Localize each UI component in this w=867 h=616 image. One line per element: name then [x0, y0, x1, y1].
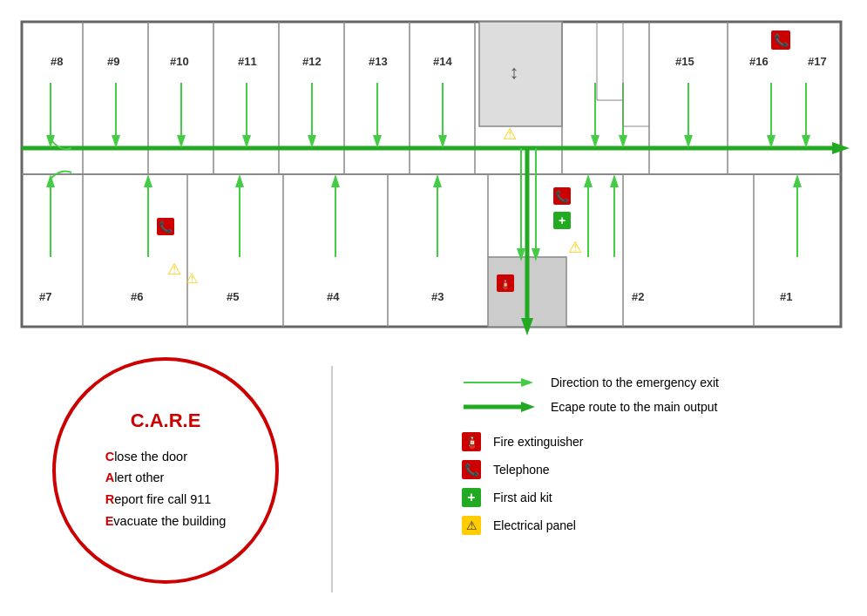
care-step-close: Close the door	[105, 446, 227, 468]
svg-text:#11: #11	[238, 55, 257, 68]
svg-text:#7: #7	[39, 290, 51, 303]
svg-marker-75	[235, 174, 244, 187]
care-step-report: Report fire call 911	[105, 489, 227, 511]
svg-rect-9	[479, 22, 562, 126]
svg-text:#2: #2	[632, 290, 644, 303]
legend-electric: ⚠ Electrical panel	[462, 516, 837, 535]
legend-firstaid-label: First aid kit	[493, 491, 552, 504]
svg-text:⚠: ⚠	[167, 261, 181, 278]
care-step-evacuate: Evacuate the building	[105, 511, 227, 532]
care-step-alert: Alert other	[105, 467, 227, 489]
svg-marker-106	[521, 378, 533, 387]
svg-text:🧯: 🧯	[499, 278, 511, 290]
floor-plan: ↕ #8 #9 #10 #11 #12 #13 #14 #15 #16 #17 …	[13, 13, 850, 335]
svg-marker-94	[610, 174, 619, 187]
legend-electric-label: Electrical panel	[493, 518, 576, 532]
svg-marker-92	[584, 174, 593, 187]
legend-thick-arrow-label: Ecape route to the main output	[551, 400, 717, 414]
care-title: C.A.R.E	[131, 410, 201, 432]
svg-text:#12: #12	[302, 55, 322, 68]
care-circle: C.A.R.E Close the door Alert other Repor…	[52, 357, 279, 584]
svg-text:#10: #10	[170, 55, 189, 68]
svg-marker-77	[331, 174, 340, 187]
svg-text:⚠: ⚠	[568, 239, 582, 256]
legend-fire-ext-label: Fire extinguisher	[493, 435, 584, 449]
svg-text:#9: #9	[107, 55, 119, 68]
legend-thin-arrow: Direction to the emergency exit	[462, 375, 837, 390]
legend-thin-arrow-label: Direction to the emergency exit	[551, 376, 719, 389]
svg-text:+: +	[559, 213, 566, 227]
legend-phone: 📞 Telephone	[462, 460, 837, 479]
svg-marker-108	[521, 402, 535, 412]
legend-section: Direction to the emergency exit Ecape ro…	[462, 375, 837, 544]
svg-text:#17: #17	[808, 55, 827, 68]
svg-text:📞: 📞	[555, 189, 570, 204]
svg-text:📞: 📞	[774, 33, 789, 48]
legend-fire-ext: 🧯 Fire extinguisher	[462, 432, 837, 451]
svg-text:#16: #16	[749, 55, 769, 68]
svg-marker-96	[793, 174, 802, 187]
legend-divider	[331, 366, 333, 592]
svg-text:#4: #4	[327, 290, 340, 303]
svg-text:#15: #15	[675, 55, 694, 68]
svg-text:📞: 📞	[159, 220, 173, 234]
svg-text:#5: #5	[227, 290, 239, 303]
svg-text:#6: #6	[131, 290, 143, 303]
svg-marker-79	[433, 174, 442, 187]
care-steps: Close the door Alert other Report fire c…	[105, 446, 227, 532]
svg-text:↕: ↕	[510, 61, 519, 83]
svg-text:#1: #1	[780, 290, 792, 303]
svg-text:#8: #8	[51, 55, 63, 68]
svg-text:#3: #3	[431, 290, 444, 303]
legend-firstaid: + First aid kit	[462, 488, 837, 507]
legend-phone-label: Telephone	[493, 463, 550, 477]
svg-text:⚠: ⚠	[186, 271, 198, 286]
svg-text:⚠: ⚠	[503, 125, 517, 143]
svg-text:#13: #13	[369, 55, 388, 68]
svg-text:#14: #14	[433, 55, 452, 68]
svg-marker-73	[144, 174, 152, 187]
legend-thick-arrow: Ecape route to the main output	[462, 399, 837, 415]
